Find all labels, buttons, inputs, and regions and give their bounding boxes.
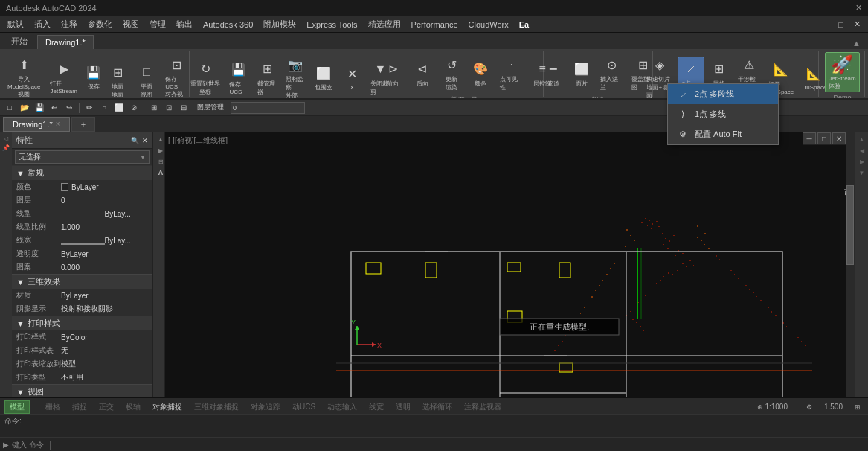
close-btn[interactable]: ✕ (849, 19, 865, 29)
status-lw[interactable]: 线宽 (366, 402, 387, 412)
props-close[interactable]: ✕ (142, 137, 148, 144)
maximize-btn[interactable]: □ (834, 20, 848, 29)
section-print-title[interactable]: ▼ 打印样式 (12, 316, 152, 330)
menu-item-express[interactable]: Express Tools (302, 19, 361, 31)
menu-item-ea[interactable]: Ea (515, 19, 533, 31)
toolbar-open[interactable]: 📂 (18, 101, 31, 115)
props-select-all[interactable]: 🔍 (131, 137, 139, 144)
status-osnap[interactable]: 对象捕捉 (150, 402, 185, 412)
reset-world-btn[interactable]: ↻ 重置到世界坐标 (187, 57, 224, 98)
toolbar-btn6[interactable]: ⊘ (127, 101, 141, 115)
surface-btn[interactable]: ⬜ 面片 (568, 57, 595, 90)
ribbon-minimize-icon[interactable]: ▲ (848, 37, 865, 49)
status-ortho[interactable]: 正交 (96, 402, 117, 412)
status-dynin[interactable]: 动态输入 (324, 402, 360, 412)
right-btn-1[interactable]: ▲ (856, 134, 868, 144)
save-ucs2-btn[interactable]: 💾 保存UCS (225, 57, 252, 97)
menu-item-parametric[interactable]: 参数化 (83, 17, 117, 31)
menu-item-insert[interactable]: 插入 (30, 17, 55, 31)
toolbar-btn4[interactable]: ○ (97, 101, 111, 115)
open-jetstream-btn[interactable]: ▶ 打开JetStream (48, 57, 79, 97)
tab-drawing1[interactable]: Drawing1.* (37, 35, 94, 49)
wctrl-close[interactable]: ✕ (832, 132, 846, 144)
annotation-scale[interactable]: ⊕ 1:1000 (754, 403, 791, 411)
command-input-field[interactable] (57, 441, 865, 449)
dropdown-item-1point[interactable]: ⟩ 1点 多线 (668, 104, 778, 124)
right-btn-3[interactable]: ▶ (856, 156, 868, 167)
expand-props-icon[interactable]: ◁ (1, 134, 11, 143)
viewport-controls[interactable]: ⊞ (852, 403, 864, 411)
status-ann-monitor[interactable]: 注释监视器 (461, 402, 504, 412)
toolbar-btn5[interactable]: ⬜ (112, 101, 126, 115)
menu-item-cloudworx[interactable]: CloudWorx (464, 19, 513, 31)
dropdown-item-2point[interactable]: ⟋ 2点 多段线 (668, 84, 778, 104)
status-dynucs[interactable]: 动UCS (289, 402, 318, 412)
vscrollbar-thumb[interactable] (846, 185, 854, 265)
update-render-btn[interactable]: ↺ 更新渲染 (437, 52, 465, 94)
jetstream-experience-btn[interactable]: 🚀 JetStream体验 (825, 52, 859, 92)
toolbar-btn7[interactable]: ⊞ (147, 101, 161, 115)
object-selector[interactable]: 无选择 ▼ (12, 149, 152, 166)
status-model[interactable]: 模型 (4, 400, 30, 414)
status-grid[interactable]: 栅格 (42, 402, 63, 412)
wctrl-restore[interactable]: □ (817, 132, 831, 144)
menu-item-a360[interactable]: Autodesk 360 (199, 19, 257, 31)
menu-item-performance[interactable]: Performance (407, 19, 463, 31)
doc-tab-close[interactable]: × (56, 120, 60, 128)
save-btn[interactable]: 💾 保存 (80, 60, 107, 93)
toolbar-btn9[interactable]: ⊟ (177, 101, 190, 115)
section-viewport-title[interactable]: ▼ 视图 (12, 385, 152, 397)
wctrl-minimize[interactable]: ─ (803, 132, 816, 144)
toolbar-redo[interactable]: ↪ (62, 101, 76, 115)
pin-icon[interactable]: 📌 (1, 143, 11, 152)
import-modelspace-btn[interactable]: ⬆ 导入ModelSpace视图 (1, 52, 47, 98)
status-trans[interactable]: 透明 (393, 402, 414, 412)
crop-manager-btn[interactable]: ⊞ 截管理器 (254, 57, 280, 98)
right-btn-4[interactable]: ▼ (856, 167, 868, 178)
vertical-scrollbar[interactable] (846, 132, 855, 397)
doc-tab-new[interactable]: + (71, 117, 95, 132)
point-visible-btn[interactable]: · 点可见性 (496, 52, 527, 94)
title-close-btn[interactable]: ✕ (855, 3, 862, 13)
toolbar-save2[interactable]: 💾 (33, 101, 46, 115)
toolbar-btn8[interactable]: ⊡ (162, 101, 176, 115)
doc-tab-drawing1[interactable]: Drawing1.* × (3, 117, 70, 132)
bbox-btn[interactable]: ⬜ 包围盒 (310, 60, 337, 94)
ground-btn[interactable]: ⊞ 地面地面 (104, 60, 131, 98)
status-3dosnap[interactable]: 三维对象捕捉 (191, 402, 242, 412)
menu-item-featured[interactable]: 精选应用 (364, 17, 405, 31)
toolbar-new[interactable]: □ (3, 101, 16, 115)
section-3d-title[interactable]: ▼ 三维效果 (12, 275, 152, 289)
color-render-btn[interactable]: 🎨 颜色 (467, 57, 495, 90)
camera-btn[interactable]: 📷 照相监察外部 (282, 52, 309, 98)
backward-btn[interactable]: ⊲ 后向 (408, 57, 436, 90)
toolbar-btn3[interactable]: ✏ (83, 101, 96, 115)
canvas-area[interactable]: [-][俯视][二维线框] ─ □ ✕ (165, 132, 855, 397)
selector-arrow[interactable]: ▼ (140, 154, 146, 161)
tab-start[interactable]: 开始 (3, 33, 36, 49)
menu-item-default[interactable]: 默认 (3, 17, 28, 31)
menu-item-view[interactable]: 视图 (118, 17, 144, 31)
pipeline-btn[interactable]: ━ 管道 (540, 57, 567, 90)
section-general-title[interactable]: ▼ 常规 (12, 166, 152, 180)
forward-btn[interactable]: ⊳ 前向 (379, 57, 407, 90)
toolbar-layer-input[interactable]: 0 (231, 102, 305, 114)
workspace-switcher[interactable]: ⚙ (803, 403, 815, 411)
toolbar-layer-mgr[interactable]: 图层管理 (192, 101, 229, 115)
status-snap[interactable]: 捕捉 (69, 402, 90, 412)
status-polar[interactable]: 极轴 (123, 402, 144, 412)
dropdown-item-autofit[interactable]: ⚙ 配置 Auto Fit (668, 124, 778, 144)
status-selcycle[interactable]: 选择循环 (419, 402, 455, 412)
plan-view-btn[interactable]: □ 平面视图 (133, 60, 160, 98)
minimize-btn[interactable]: ─ (818, 20, 833, 29)
status-otrack[interactable]: 对象追踪 (248, 402, 283, 412)
menu-item-output[interactable]: 输出 (172, 17, 197, 31)
flange-btn[interactable]: ⊙ 插入法兰 (597, 52, 626, 94)
menu-item-manage[interactable]: 管理 (145, 17, 170, 31)
units-value[interactable]: 1.500 (821, 403, 846, 411)
menu-item-annotate[interactable]: 注释 (57, 17, 82, 31)
menu-item-addons[interactable]: 附加模块 (259, 17, 300, 31)
right-btn-2[interactable]: ◀ (856, 145, 868, 156)
x-axis-btn[interactable]: ✕ X (338, 61, 365, 93)
toolbar-undo[interactable]: ↩ (48, 101, 61, 115)
